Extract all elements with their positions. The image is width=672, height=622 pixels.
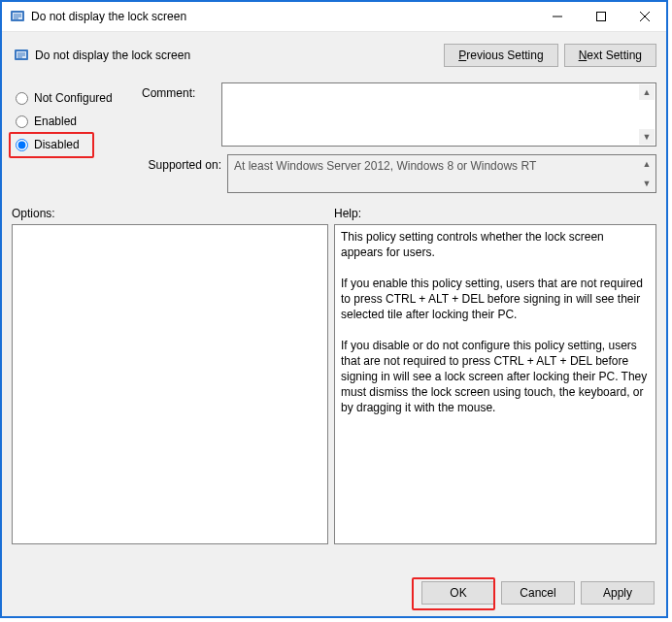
content-area: Do not display the lock screen Previous … xyxy=(2,32,666,616)
maximize-button[interactable] xyxy=(579,2,622,31)
close-button[interactable] xyxy=(622,2,666,31)
ok-button[interactable]: OK xyxy=(421,581,495,605)
options-label: Options: xyxy=(12,207,334,220)
supported-on-label: Supported on: xyxy=(142,154,227,193)
supported-on-field: At least Windows Server 2012, Windows 8 … xyxy=(227,154,656,193)
radio-enabled[interactable]: Enabled xyxy=(12,110,136,133)
titlebar: Do not display the lock screen xyxy=(2,2,666,32)
scroll-up-icon: ▲ xyxy=(639,156,655,172)
radio-enabled-input[interactable] xyxy=(16,115,28,128)
panes-labels: Options: Help: xyxy=(12,207,656,220)
policy-title: Do not display the lock screen xyxy=(35,49,438,62)
footer-buttons: OK Cancel Apply xyxy=(12,572,656,606)
radio-disabled[interactable]: Disabled xyxy=(12,133,136,156)
radio-not-configured[interactable]: Not Configured xyxy=(12,86,136,110)
help-paragraph: This policy setting controls whether the… xyxy=(341,229,648,260)
help-paragraph: If you disable or do not configure this … xyxy=(341,338,648,415)
apply-button[interactable]: Apply xyxy=(581,581,655,605)
header-row: Do not display the lock screen Previous … xyxy=(12,38,656,73)
panes: This policy setting controls whether the… xyxy=(12,224,656,572)
comment-label: Comment: xyxy=(142,82,221,147)
state-radio-group: Not Configured Enabled Disabled xyxy=(12,79,136,193)
previous-setting-button[interactable]: Previous Setting xyxy=(444,44,557,67)
options-pane xyxy=(12,224,328,544)
radio-not-configured-input[interactable] xyxy=(16,92,28,105)
help-label: Help: xyxy=(334,207,361,220)
minimize-button[interactable] xyxy=(535,2,579,31)
comment-textarea[interactable]: ▲ ▼ xyxy=(221,82,656,147)
scroll-down-icon: ▼ xyxy=(639,176,655,191)
scroll-down-icon[interactable]: ▼ xyxy=(639,129,655,145)
next-setting-button[interactable]: Next Setting xyxy=(564,44,656,67)
radio-disabled-input[interactable] xyxy=(16,139,28,151)
cancel-button[interactable]: Cancel xyxy=(501,581,575,605)
gpo-icon xyxy=(14,48,29,63)
scroll-up-icon[interactable]: ▲ xyxy=(639,84,655,100)
state-and-comment: Not Configured Enabled Disabled Comment: xyxy=(12,79,656,193)
dialog-window: Do not display the lock screen D xyxy=(0,0,668,618)
gpo-icon xyxy=(10,9,25,24)
help-pane: This policy setting controls whether the… xyxy=(334,224,656,544)
window-title: Do not display the lock screen xyxy=(31,10,535,23)
fields: Comment: ▲ ▼ Supported on: At least Wind… xyxy=(136,79,656,193)
radio-label: Not Configured xyxy=(34,91,113,105)
svg-rect-3 xyxy=(596,13,605,21)
help-paragraph: If you enable this policy setting, users… xyxy=(341,276,648,322)
radio-label: Enabled xyxy=(34,115,77,128)
radio-label: Disabled xyxy=(34,138,80,151)
